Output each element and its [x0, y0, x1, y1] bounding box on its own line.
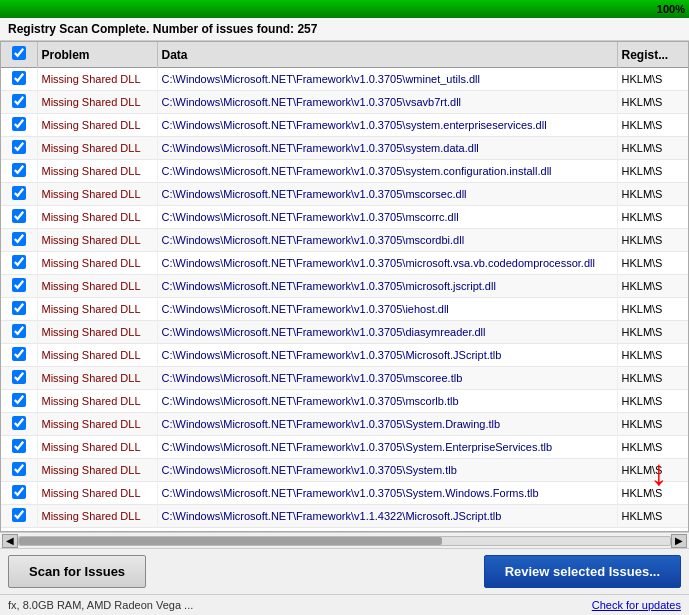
row-checkbox-cell[interactable] — [1, 413, 37, 436]
row-registry: HKLM\S — [617, 206, 689, 229]
row-registry: HKLM\S — [617, 321, 689, 344]
row-data: C:\Windows\Microsoft.NET\Framework\v1.0.… — [157, 413, 617, 436]
row-registry: HKLM\S — [617, 436, 689, 459]
row-checkbox-cell[interactable] — [1, 275, 37, 298]
row-checkbox-cell[interactable] — [1, 160, 37, 183]
row-checkbox[interactable] — [12, 370, 26, 384]
row-data: C:\Windows\Microsoft.NET\Framework\v1.0.… — [157, 482, 617, 505]
row-problem: Missing Shared DLL — [37, 229, 157, 252]
progress-bar-fill — [0, 0, 689, 18]
row-checkbox-cell[interactable] — [1, 436, 37, 459]
row-checkbox[interactable] — [12, 416, 26, 430]
row-registry: HKLM\S — [617, 229, 689, 252]
row-problem: Missing Shared DLL — [37, 505, 157, 528]
row-checkbox-cell[interactable] — [1, 459, 37, 482]
row-checkbox-cell[interactable] — [1, 298, 37, 321]
row-registry: HKLM\S — [617, 367, 689, 390]
row-data: C:\Windows\Microsoft.NET\Framework\v1.0.… — [157, 390, 617, 413]
issues-table-wrapper[interactable]: Problem Data Regist... Missing Shared DL… — [0, 41, 689, 532]
row-data: C:\Windows\Microsoft.NET\Framework\v1.0.… — [157, 275, 617, 298]
col-header-data: Data — [157, 42, 617, 68]
scroll-thumb[interactable] — [19, 537, 442, 545]
row-problem: Missing Shared DLL — [37, 252, 157, 275]
row-checkbox[interactable] — [12, 347, 26, 361]
col-header-problem: Problem — [37, 42, 157, 68]
select-all-checkbox[interactable] — [12, 46, 26, 60]
row-checkbox-cell[interactable] — [1, 68, 37, 91]
table-row: Missing Shared DLLC:\Windows\Microsoft.N… — [1, 68, 689, 91]
scroll-track[interactable] — [18, 536, 671, 546]
table-row: Missing Shared DLLC:\Windows\Microsoft.N… — [1, 160, 689, 183]
table-row: Missing Shared DLLC:\Windows\Microsoft.N… — [1, 229, 689, 252]
check-for-updates-link[interactable]: Check for updates — [592, 599, 681, 611]
row-checkbox[interactable] — [12, 232, 26, 246]
row-problem: Missing Shared DLL — [37, 275, 157, 298]
row-checkbox[interactable] — [12, 393, 26, 407]
col-header-registry: Regist... — [617, 42, 689, 68]
row-checkbox[interactable] — [12, 94, 26, 108]
row-checkbox-cell[interactable] — [1, 252, 37, 275]
table-row: Missing Shared DLLC:\Windows\Microsoft.N… — [1, 183, 689, 206]
row-problem: Missing Shared DLL — [37, 160, 157, 183]
row-checkbox-cell[interactable] — [1, 344, 37, 367]
row-checkbox[interactable] — [12, 324, 26, 338]
row-registry: HKLM\S — [617, 390, 689, 413]
row-checkbox-cell[interactable] — [1, 91, 37, 114]
row-data: C:\Windows\Microsoft.NET\Framework\v1.0.… — [157, 367, 617, 390]
row-registry: HKLM\S — [617, 252, 689, 275]
row-checkbox-cell[interactable] — [1, 390, 37, 413]
row-checkbox-cell[interactable] — [1, 229, 37, 252]
table-row: Missing Shared DLLC:\Windows\Microsoft.N… — [1, 505, 689, 528]
row-problem: Missing Shared DLL — [37, 68, 157, 91]
row-problem: Missing Shared DLL — [37, 436, 157, 459]
scroll-right-button[interactable]: ▶ — [671, 534, 687, 548]
row-checkbox[interactable] — [12, 508, 26, 522]
row-data: C:\Windows\Microsoft.NET\Framework\v1.0.… — [157, 206, 617, 229]
row-checkbox[interactable] — [12, 71, 26, 85]
row-checkbox-cell[interactable] — [1, 206, 37, 229]
row-checkbox[interactable] — [12, 140, 26, 154]
table-row: Missing Shared DLLC:\Windows\Microsoft.N… — [1, 137, 689, 160]
row-checkbox[interactable] — [12, 186, 26, 200]
row-checkbox-cell[interactable] — [1, 367, 37, 390]
table-header-row: Problem Data Regist... — [1, 42, 689, 68]
row-data: C:\Windows\Microsoft.NET\Framework\v1.0.… — [157, 68, 617, 91]
row-data: C:\Windows\Microsoft.NET\Framework\v1.0.… — [157, 91, 617, 114]
horizontal-scrollbar[interactable]: ◀ ▶ — [0, 532, 689, 548]
row-checkbox[interactable] — [12, 462, 26, 476]
row-checkbox[interactable] — [12, 278, 26, 292]
row-checkbox-cell[interactable] — [1, 505, 37, 528]
row-checkbox-cell[interactable] — [1, 137, 37, 160]
row-checkbox-cell[interactable] — [1, 114, 37, 137]
scan-for-issues-button[interactable]: Scan for Issues — [8, 555, 146, 588]
row-registry: HKLM\S — [617, 459, 689, 482]
table-body: Missing Shared DLLC:\Windows\Microsoft.N… — [1, 68, 689, 528]
col-header-checkbox[interactable] — [1, 42, 37, 68]
table-row: Missing Shared DLLC:\Windows\Microsoft.N… — [1, 482, 689, 505]
row-data: C:\Windows\Microsoft.NET\Framework\v1.0.… — [157, 321, 617, 344]
row-problem: Missing Shared DLL — [37, 390, 157, 413]
progress-label: 100% — [657, 3, 685, 15]
row-checkbox-cell[interactable] — [1, 183, 37, 206]
row-checkbox[interactable] — [12, 209, 26, 223]
row-problem: Missing Shared DLL — [37, 321, 157, 344]
row-registry: HKLM\S — [617, 114, 689, 137]
row-checkbox[interactable] — [12, 117, 26, 131]
row-checkbox-cell[interactable] — [1, 321, 37, 344]
row-checkbox[interactable] — [12, 255, 26, 269]
row-checkbox-cell[interactable] — [1, 482, 37, 505]
row-data: C:\Windows\Microsoft.NET\Framework\v1.0.… — [157, 160, 617, 183]
row-checkbox[interactable] — [12, 301, 26, 315]
footer-system-info: fx, 8.0GB RAM, AMD Radeon Vega ... — [8, 599, 193, 611]
scroll-left-button[interactable]: ◀ — [2, 534, 18, 548]
status-bar: Registry Scan Complete. Number of issues… — [0, 18, 689, 41]
row-checkbox[interactable] — [12, 163, 26, 177]
row-checkbox[interactable] — [12, 485, 26, 499]
table-row: Missing Shared DLLC:\Windows\Microsoft.N… — [1, 436, 689, 459]
row-registry: HKLM\S — [617, 275, 689, 298]
row-data: C:\Windows\Microsoft.NET\Framework\v1.0.… — [157, 183, 617, 206]
row-problem: Missing Shared DLL — [37, 344, 157, 367]
row-problem: Missing Shared DLL — [37, 114, 157, 137]
row-checkbox[interactable] — [12, 439, 26, 453]
review-selected-issues-button[interactable]: Review selected Issues... — [484, 555, 681, 588]
